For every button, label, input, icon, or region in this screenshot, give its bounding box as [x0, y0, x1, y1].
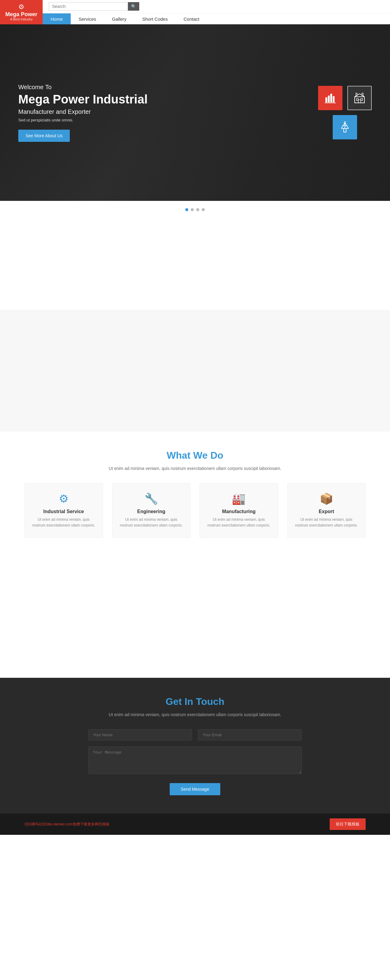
gray-about-area: [0, 310, 390, 431]
header-right: 🔍 Home Services Gallery Short Codes Cont…: [43, 0, 390, 25]
service-card-2: 🔧 Engineering Ut enim ad minima veniam, …: [112, 483, 191, 538]
svg-rect-13: [344, 129, 346, 132]
footer-download-button[interactable]: 前往下载模板: [330, 818, 366, 830]
hero-content: Welcome To Mega Power Industrial Manufac…: [18, 84, 148, 142]
service-icon-2: 🔧: [118, 492, 184, 505]
service-card-3: 🏭 Manufacturing Ut enim ad minima veniam…: [200, 483, 278, 538]
service-title-3: Manufacturing: [206, 509, 272, 514]
service-icon-3: 🏭: [206, 492, 272, 505]
services-detail-area: [0, 556, 390, 678]
main-nav: Home Services Gallery Short Codes Contac…: [43, 13, 390, 25]
nav-services[interactable]: Services: [71, 13, 104, 25]
hero-cta-button[interactable]: See More About Us: [18, 130, 70, 142]
service-icon-4: 📦: [294, 492, 360, 505]
search-button[interactable]: 🔍: [128, 2, 139, 11]
svg-rect-7: [361, 99, 363, 100]
svg-rect-6: [356, 99, 358, 100]
nav-contact[interactable]: Contact: [176, 13, 207, 25]
svg-rect-2: [330, 94, 332, 102]
hero-icons-row-bottom: [333, 115, 357, 139]
nav-home[interactable]: Home: [43, 13, 71, 25]
contact-email-input[interactable]: [198, 729, 302, 740]
svg-rect-1: [328, 95, 330, 102]
service-text-3: Ut enim ad minima veniam, quis nostrum e…: [206, 517, 272, 528]
nav-shortcodes[interactable]: Short Codes: [134, 13, 176, 25]
hero-welcome-text: Welcome To: [18, 84, 148, 91]
slider-dots: [0, 201, 390, 218]
white-spacer-area: [0, 218, 390, 310]
svg-rect-8: [358, 100, 361, 103]
hero-icons: [318, 86, 372, 139]
slider-dot-2[interactable]: [191, 208, 194, 211]
factory-bar-icon: [318, 86, 342, 110]
service-text-1: Ut enim ad minima veniam, quis nostrum e…: [31, 517, 97, 528]
logo-subtitle: A Best Industry: [10, 18, 33, 21]
svg-rect-3: [333, 96, 334, 102]
footer: 访问脚鸟社区bbs.xieniao.com免费下载更多网页模板 前往下载模板: [0, 813, 390, 835]
get-in-touch-section: Get In Touch Ut enim ad minima veniam, q…: [0, 678, 390, 813]
svg-rect-11: [356, 93, 357, 95]
logo-title: Mega Power: [5, 11, 37, 18]
get-in-touch-subtitle: Ut enim ad minima veniam, quis nostrum e…: [24, 712, 366, 717]
slider-dot-3[interactable]: [196, 208, 199, 211]
svg-rect-12: [362, 93, 363, 95]
logo[interactable]: ⚙ Mega Power A Best Industry: [0, 0, 43, 24]
service-card-4: 📦 Export Ut enim ad minima veniam, quis …: [287, 483, 366, 538]
service-icon-1: ⚙: [31, 492, 97, 505]
service-title-4: Export: [294, 509, 360, 514]
search-bar: 🔍: [43, 0, 390, 13]
slider-dot-4[interactable]: [202, 208, 205, 211]
contact-submit-button[interactable]: Send Message: [170, 783, 220, 795]
hero-section: Welcome To Mega Power Industrial Manufac…: [0, 24, 390, 201]
hero-title: Mega Power Industrial: [18, 92, 148, 106]
service-text-4: Ut enim ad minima veniam, quis nostrum e…: [294, 517, 360, 528]
logo-icon: ⚙: [18, 3, 24, 11]
slider-dot-1[interactable]: [185, 208, 188, 211]
oil-rig-icon: [333, 115, 357, 139]
contact-name-input[interactable]: [88, 729, 192, 740]
nav-gallery[interactable]: Gallery: [104, 13, 135, 25]
contact-submit-area: Send Message: [88, 780, 302, 795]
what-we-do-section: What We Do Ut enim ad minima veniam, qui…: [0, 431, 390, 556]
svg-rect-0: [325, 97, 327, 102]
service-title-1: Industrial Service: [31, 509, 97, 514]
header: ⚙ Mega Power A Best Industry 🔍 Home Serv…: [0, 0, 390, 24]
service-text-2: Ut enim ad minima veniam, quis nostrum e…: [118, 517, 184, 528]
search-input[interactable]: [49, 2, 128, 11]
footer-watermark: 访问脚鸟社区bbs.xieniao.com免费下载更多网页模板: [24, 822, 109, 827]
contact-form: Send Message: [88, 729, 302, 795]
service-card-1: ⚙ Industrial Service Ut enim ad minima v…: [24, 483, 103, 538]
get-in-touch-title: Get In Touch: [24, 696, 366, 707]
factory-building-icon: [347, 86, 372, 110]
contact-message-input[interactable]: [88, 746, 302, 774]
services-grid: ⚙ Industrial Service Ut enim ad minima v…: [24, 483, 366, 538]
hero-subtitle: Manufacturer and Exporter: [18, 108, 148, 115]
hero-icons-row-top: [318, 86, 372, 110]
what-we-do-subtitle: Ut enim ad minima veniam, quis nostrum e…: [24, 466, 366, 471]
what-we-do-title: What We Do: [24, 450, 366, 461]
hero-description: Sed ut perspiciatis unde omnis.: [18, 118, 148, 123]
service-title-2: Engineering: [118, 509, 184, 514]
